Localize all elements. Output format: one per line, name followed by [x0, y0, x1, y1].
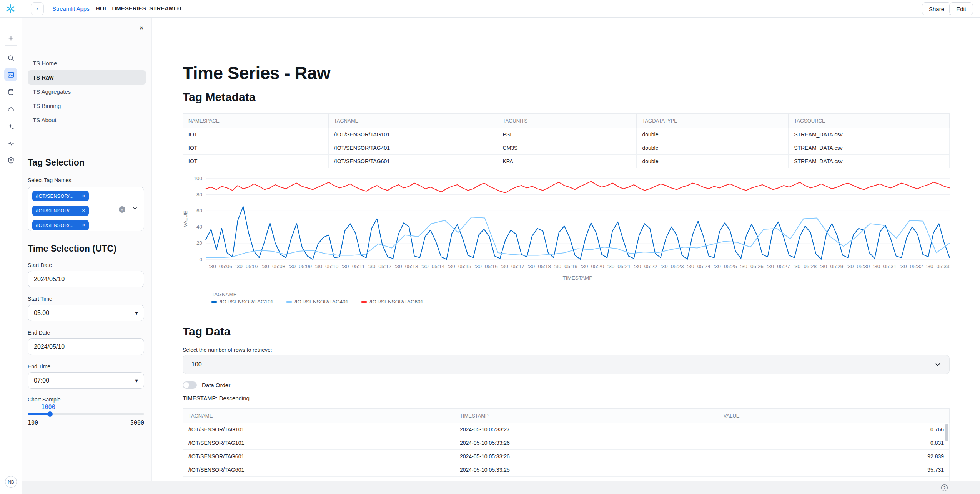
svg-text:80: 80: [196, 192, 202, 197]
table-cell: IOT: [183, 128, 329, 141]
column-header: NAMESPACE: [183, 114, 329, 128]
user-avatar[interactable]: NB: [5, 476, 17, 488]
table-cell: double: [637, 128, 789, 141]
tag-chip-label: /IOT/SENSOR/...: [36, 208, 73, 214]
svg-text::30: :30: [740, 264, 747, 269]
sidebar-item-ts-about[interactable]: TS About: [28, 113, 146, 127]
table-row: /IOT/SENSOR/TAG6012024-05-10 05:33:2595.…: [183, 463, 950, 477]
tag-names-multiselect[interactable]: /IOT/SENSOR/...✕/IOT/SENSOR/...✕/IOT/SEN…: [28, 187, 144, 231]
breadcrumb-streamlit-apps[interactable]: Streamlit Apps: [52, 5, 90, 12]
svg-text::30: :30: [235, 264, 243, 269]
edit-button[interactable]: Edit: [949, 2, 973, 15]
rows-to-retrieve-select[interactable]: 100: [183, 355, 950, 374]
start-time-value: 05:00: [34, 310, 49, 317]
end-date-label: End Date: [28, 330, 50, 336]
data-order-label: Data Order: [202, 382, 230, 388]
main-content: Time Series - Raw Tag Metadata NAMESPACE…: [152, 18, 980, 481]
table-cell: /IOT/SENSOR/TAG101: [183, 477, 454, 482]
svg-text:VALUE: VALUE: [183, 211, 188, 227]
data-order-toggle[interactable]: [183, 381, 197, 389]
share-button[interactable]: Share: [922, 2, 951, 15]
tag-chip[interactable]: /IOT/SENSOR/...✕: [32, 206, 89, 216]
help-icon[interactable]: ?: [941, 484, 948, 491]
table-cell: 0.702: [718, 477, 949, 482]
admin-shield-icon[interactable]: [4, 154, 17, 167]
new-plus-icon[interactable]: [4, 31, 17, 45]
tag-chip[interactable]: /IOT/SENSOR/...✕: [32, 220, 89, 230]
svg-text:05:28: 05:28: [804, 264, 817, 269]
svg-text::30: :30: [793, 264, 800, 269]
activity-monitoring-icon[interactable]: [4, 137, 17, 150]
chip-remove-icon[interactable]: ✕: [82, 208, 85, 213]
app-name-dropdown-icon[interactable]: ▾: [177, 7, 179, 11]
snowflake-logo-icon[interactable]: [5, 3, 16, 14]
svg-text:0: 0: [199, 257, 202, 262]
end-time-select[interactable]: 07:00 ▾: [28, 372, 144, 389]
slider-thumb[interactable]: [47, 411, 53, 417]
svg-text::30: :30: [661, 264, 668, 269]
top-navigation-bar: ‹ Streamlit Apps HOL_TIMESERIES_STREAMLI…: [0, 0, 980, 18]
chip-remove-icon[interactable]: ✕: [82, 194, 85, 199]
table-cell: 2024-05-10 05:33:27: [454, 423, 718, 436]
svg-text:05:30: 05:30: [857, 264, 870, 269]
legend-label: /IOT/SENSOR/TAG101: [220, 299, 273, 305]
series-line: [206, 181, 950, 193]
table-row: /IOT/SENSOR/TAG1012024-05-10 05:33:260.8…: [183, 436, 950, 450]
legend-item: /IOT/SENSOR/TAG601: [361, 299, 423, 305]
chip-remove-icon[interactable]: ✕: [82, 223, 85, 228]
search-icon[interactable]: [4, 51, 17, 65]
ai-sparkles-icon[interactable]: [4, 120, 17, 133]
sidebar-item-ts-binning[interactable]: TS Binning: [28, 99, 146, 113]
svg-text::30: :30: [474, 264, 482, 269]
svg-text::30: :30: [395, 264, 402, 269]
legend-label: /IOT/SENSOR/TAG401: [294, 299, 348, 305]
svg-text:05:27: 05:27: [777, 264, 790, 269]
start-date-input[interactable]: 2024/05/10: [28, 271, 144, 287]
table-row: IOT/IOT/SENSOR/TAG401CM3SdoubleSTREAM_DA…: [183, 141, 950, 155]
table-scrollbar-thumb[interactable]: [945, 424, 948, 441]
multiselect-clear-all-icon[interactable]: ✕: [119, 206, 125, 213]
table-cell: /IOT/SENSOR/TAG101: [328, 128, 497, 141]
end-time-chevron-down-icon: ▾: [135, 377, 138, 384]
svg-text:05:24: 05:24: [697, 264, 710, 269]
marketplace-cloud-icon[interactable]: [4, 103, 17, 116]
table-cell: /IOT/SENSOR/TAG401: [328, 141, 497, 155]
tag-chip[interactable]: /IOT/SENSOR/...✕: [32, 191, 89, 201]
svg-text:05:23: 05:23: [671, 264, 684, 269]
svg-text:05:07: 05:07: [246, 264, 259, 269]
timeseries-line-chart: 020406080100VALUE:3005:06:3005:07:3005:0…: [183, 173, 950, 288]
svg-text:40: 40: [196, 224, 202, 230]
svg-text::30: :30: [687, 264, 694, 269]
data-database-icon[interactable]: [4, 85, 17, 98]
table-cell: 0.831: [718, 436, 949, 450]
legend-title: TAGNAME: [211, 292, 423, 297]
breadcrumb-app-name[interactable]: HOL_TIMESERIES_STREAMLIT: [96, 5, 182, 12]
svg-text:05:25: 05:25: [724, 264, 737, 269]
back-button[interactable]: ‹: [31, 2, 44, 15]
table-row: IOT/IOT/SENSOR/TAG101PSIdoubleSTREAM_DAT…: [183, 128, 950, 141]
time-selection-heading: Time Selection (UTC): [28, 244, 116, 254]
svg-text::30: :30: [767, 264, 774, 269]
sidebar-item-ts-aggregates[interactable]: TS Aggregates: [28, 85, 146, 99]
sidebar-close-icon[interactable]: ✕: [138, 25, 145, 31]
svg-text:05:17: 05:17: [511, 264, 524, 269]
end-time-label: End Time: [28, 363, 50, 370]
table-cell: double: [637, 155, 789, 168]
start-time-select[interactable]: 05:00 ▾: [28, 305, 144, 321]
svg-text::30: :30: [288, 264, 296, 269]
slider-fill: [28, 413, 50, 415]
svg-text:05:16: 05:16: [485, 264, 498, 269]
multiselect-chevron-down-icon[interactable]: [132, 206, 138, 211]
table-row: /IOT/SENSOR/TAG6012024-05-10 05:33:2692.…: [183, 450, 950, 463]
footer-bar: ?: [22, 481, 980, 494]
column-header: TAGUNITS: [497, 114, 637, 128]
sidebar-item-ts-raw[interactable]: TS Raw: [28, 70, 146, 85]
table-cell: /IOT/SENSOR/TAG601: [328, 155, 497, 168]
sidebar-item-ts-home[interactable]: TS Home: [28, 56, 146, 70]
svg-text:05:08: 05:08: [272, 264, 285, 269]
table-row: /IOT/SENSOR/TAG1012024-05-10 05:33:270.7…: [183, 423, 950, 436]
chart-sample-slider[interactable]: [28, 413, 144, 415]
projects-worksheets-icon[interactable]: [4, 68, 17, 81]
tag-chip-label: /IOT/SENSOR/...: [36, 222, 73, 228]
end-date-input[interactable]: 2024/05/10: [28, 338, 144, 355]
